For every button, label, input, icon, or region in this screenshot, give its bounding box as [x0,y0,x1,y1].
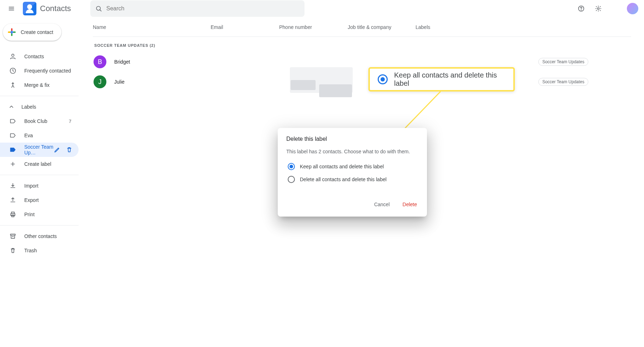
nav-trash[interactable]: Trash [0,243,79,258]
contact-row[interactable]: B Bridget Soccer Team Updates [93,52,631,72]
svg-point-11 [613,8,614,9]
svg-point-12 [615,8,616,9]
nav-other-contacts[interactable]: Other contacts [0,229,79,243]
app-header: Contacts [0,0,644,17]
gear-icon [595,5,602,12]
create-contact-button[interactable]: Create contact [3,24,61,41]
divider [0,225,79,225]
nav-import[interactable]: Import [0,179,79,193]
archive-icon [9,233,16,240]
create-label-item[interactable]: Create label [0,157,79,171]
nav-export[interactable]: Export [0,193,79,207]
svg-point-6 [581,10,582,10]
svg-point-27 [627,29,628,30]
search-icon [95,5,102,12]
delete-button[interactable]: Delete [401,199,418,210]
radio-checked-icon [288,163,295,170]
svg-point-16 [617,10,618,11]
menu-button[interactable] [3,0,20,17]
nav-print[interactable]: Print [0,207,79,222]
export-icon [9,197,16,204]
label-eva[interactable]: Eva [0,128,79,143]
nav-merge[interactable]: Merge & fix [0,78,79,92]
chevron-up-icon [8,103,15,110]
trash-icon[interactable] [66,146,73,153]
contact-row[interactable]: J Julie Soccer Team Updates [93,72,631,92]
option-delete-label: Delete all contacts and delete this labe… [300,177,387,182]
svg-rect-23 [12,215,14,217]
svg-point-17 [12,54,14,56]
contact-label-chip[interactable]: Soccer Team Updates [538,78,588,86]
svg-point-7 [598,8,599,10]
svg-point-8 [613,6,614,8]
list-settings-button[interactable] [617,24,631,31]
contact-name: Julie [114,79,211,85]
svg-point-25 [627,26,628,27]
help-button[interactable] [574,1,588,16]
labels-header-text: Labels [21,104,36,110]
divider [0,175,79,175]
contact-avatar: J [94,75,106,88]
account-avatar[interactable] [627,3,638,14]
print-icon [9,211,16,218]
help-icon [578,5,585,12]
search-input[interactable] [106,5,300,12]
svg-point-26 [627,28,628,29]
cancel-button[interactable]: Cancel [373,199,391,210]
option-delete-contacts[interactable]: Delete all contacts and delete this labe… [286,176,418,183]
merge-icon [9,81,16,89]
pencil-icon[interactable] [54,146,61,153]
group-heading: Soccer Team Updates (2) [94,43,631,48]
plus-icon [8,28,16,36]
svg-line-4 [100,10,101,11]
search-bar[interactable] [90,0,305,17]
apps-button[interactable] [608,1,623,16]
sidebar: Create contact Contacts Frequently conta… [0,17,83,347]
nav-frequent[interactable]: Frequently contacted [0,64,79,78]
label-icon [9,118,16,125]
contact-label-chip[interactable]: Soccer Team Updates [538,58,588,66]
person-icon [9,53,16,60]
nav-merge-label: Merge & fix [24,82,50,88]
annotation-callout: Keep all contacts and delete this label [368,67,515,91]
option-keep-label: Keep all contacts and delete this label [300,164,384,169]
import-icon [9,182,16,189]
create-label-text: Create label [24,161,51,167]
radio-unchecked-icon [288,176,295,183]
main-content: Name Email Phone number Job title & comp… [83,17,644,347]
nav-contacts[interactable]: Contacts [0,49,79,64]
settings-button[interactable] [591,1,605,16]
dialog-body: This label has 2 contacts. Choose what t… [286,149,418,154]
nav-other-label: Other contacts [24,233,57,239]
col-job: Job title & company [348,24,416,31]
option-keep-contacts[interactable]: Keep all contacts and delete this label [286,163,418,170]
svg-point-13 [617,8,618,9]
nav-contacts-label: Contacts [24,54,44,59]
svg-point-14 [613,10,614,11]
contacts-app-icon [23,2,36,15]
labels-section-toggle[interactable]: Labels [0,100,83,114]
dialog-title: Delete this label [286,136,418,142]
label-icon [9,132,16,139]
hamburger-icon [8,5,15,12]
illustration-placeholder [291,80,352,97]
nav-frequent-label: Frequently contacted [24,68,71,74]
nav-print-label: Print [24,212,35,217]
divider [0,96,79,96]
contact-name: Bridget [114,59,211,65]
nav-export-label: Export [24,197,39,203]
label-soccer-team[interactable]: Soccer Team Up… [0,143,79,157]
label-book-club[interactable]: Book Club 7 [0,114,79,128]
apps-grid-icon [612,5,619,12]
delete-label-dialog: Delete this label This label has 2 conta… [278,128,427,217]
kebab-icon [624,24,631,31]
plus-small-icon [9,160,16,168]
label-book-club-text: Book Club [24,118,47,124]
col-email: Email [211,24,279,31]
label-book-club-count: 7 [69,119,71,124]
radio-checked-icon [378,74,388,84]
label-icon [9,146,16,153]
contact-avatar: B [94,55,106,68]
app-title: Contacts [40,4,71,13]
label-soccer-team-text: Soccer Team Up… [24,144,54,155]
